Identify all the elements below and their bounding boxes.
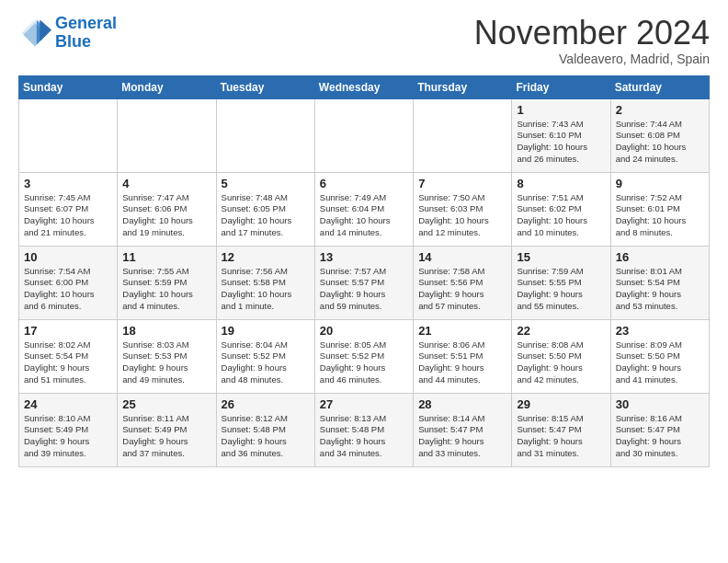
logo-text: General Blue bbox=[55, 15, 117, 52]
day-info: Sunrise: 7:51 AM Sunset: 6:02 PM Dayligh… bbox=[517, 192, 605, 239]
calendar-cell: 9Sunrise: 7:52 AM Sunset: 6:01 PM Daylig… bbox=[610, 172, 709, 246]
calendar-cell: 18Sunrise: 8:03 AM Sunset: 5:53 PM Dayli… bbox=[118, 319, 216, 393]
day-info: Sunrise: 7:58 AM Sunset: 5:56 PM Dayligh… bbox=[418, 266, 506, 313]
day-number: 11 bbox=[122, 250, 210, 264]
calendar-cell: 15Sunrise: 7:59 AM Sunset: 5:55 PM Dayli… bbox=[512, 246, 610, 319]
day-info: Sunrise: 7:59 AM Sunset: 5:55 PM Dayligh… bbox=[517, 266, 605, 313]
day-number: 27 bbox=[320, 397, 408, 411]
logo-line1: General bbox=[55, 14, 117, 32]
calendar-cell: 24Sunrise: 8:10 AM Sunset: 5:49 PM Dayli… bbox=[19, 393, 118, 466]
day-info: Sunrise: 8:03 AM Sunset: 5:53 PM Dayligh… bbox=[122, 339, 210, 386]
day-number: 29 bbox=[517, 397, 605, 411]
day-number: 1 bbox=[517, 103, 605, 117]
day-info: Sunrise: 7:55 AM Sunset: 5:59 PM Dayligh… bbox=[122, 266, 210, 313]
day-number: 16 bbox=[616, 250, 704, 264]
day-info: Sunrise: 7:45 AM Sunset: 6:07 PM Dayligh… bbox=[24, 192, 112, 239]
day-info: Sunrise: 8:01 AM Sunset: 5:54 PM Dayligh… bbox=[616, 266, 704, 313]
day-number: 2 bbox=[616, 103, 704, 117]
calendar-cell: 13Sunrise: 7:57 AM Sunset: 5:57 PM Dayli… bbox=[314, 246, 413, 319]
day-info: Sunrise: 7:56 AM Sunset: 5:58 PM Dayligh… bbox=[222, 266, 310, 313]
calendar-cell: 28Sunrise: 8:14 AM Sunset: 5:47 PM Dayli… bbox=[414, 393, 512, 466]
calendar-week-row: 10Sunrise: 7:54 AM Sunset: 6:00 PM Dayli… bbox=[19, 246, 710, 319]
page: General Blue November 2024 Valdeavero, M… bbox=[0, 0, 728, 482]
day-info: Sunrise: 7:50 AM Sunset: 6:03 PM Dayligh… bbox=[418, 192, 506, 239]
calendar-cell: 8Sunrise: 7:51 AM Sunset: 6:02 PM Daylig… bbox=[512, 172, 610, 246]
day-info: Sunrise: 7:52 AM Sunset: 6:01 PM Dayligh… bbox=[616, 192, 704, 239]
calendar-cell: 19Sunrise: 8:04 AM Sunset: 5:52 PM Dayli… bbox=[216, 319, 314, 393]
day-number: 28 bbox=[418, 397, 506, 411]
calendar-cell: 17Sunrise: 8:02 AM Sunset: 5:54 PM Dayli… bbox=[19, 319, 118, 393]
day-info: Sunrise: 8:08 AM Sunset: 5:50 PM Dayligh… bbox=[517, 339, 605, 386]
weekday-header-tuesday: Tuesday bbox=[216, 75, 314, 98]
calendar-week-row: 17Sunrise: 8:02 AM Sunset: 5:54 PM Dayli… bbox=[19, 319, 710, 393]
weekday-header-sunday: Sunday bbox=[19, 75, 118, 98]
day-number: 6 bbox=[320, 177, 408, 190]
day-info: Sunrise: 8:06 AM Sunset: 5:51 PM Dayligh… bbox=[418, 339, 506, 386]
calendar-cell: 27Sunrise: 8:13 AM Sunset: 5:48 PM Dayli… bbox=[314, 393, 413, 466]
day-number: 17 bbox=[24, 324, 112, 338]
day-info: Sunrise: 7:43 AM Sunset: 6:10 PM Dayligh… bbox=[517, 119, 605, 166]
weekday-header-saturday: Saturday bbox=[610, 75, 709, 98]
calendar-cell: 25Sunrise: 8:11 AM Sunset: 5:49 PM Dayli… bbox=[118, 393, 216, 466]
calendar-cell: 30Sunrise: 8:16 AM Sunset: 5:47 PM Dayli… bbox=[610, 393, 709, 466]
calendar-cell: 3Sunrise: 7:45 AM Sunset: 6:07 PM Daylig… bbox=[19, 172, 118, 246]
day-info: Sunrise: 7:49 AM Sunset: 6:04 PM Dayligh… bbox=[320, 192, 408, 239]
weekday-header-row: SundayMondayTuesdayWednesdayThursdayFrid… bbox=[19, 75, 710, 98]
calendar-week-row: 1Sunrise: 7:43 AM Sunset: 6:10 PM Daylig… bbox=[19, 98, 710, 172]
calendar-cell: 11Sunrise: 7:55 AM Sunset: 5:59 PM Dayli… bbox=[118, 246, 216, 319]
day-number: 30 bbox=[616, 397, 704, 411]
logo: General Blue bbox=[18, 15, 117, 52]
calendar-cell: 21Sunrise: 8:06 AM Sunset: 5:51 PM Dayli… bbox=[414, 319, 512, 393]
day-info: Sunrise: 8:09 AM Sunset: 5:50 PM Dayligh… bbox=[616, 339, 704, 386]
calendar-cell: 23Sunrise: 8:09 AM Sunset: 5:50 PM Dayli… bbox=[610, 319, 709, 393]
calendar-cell bbox=[118, 98, 216, 172]
calendar-cell: 7Sunrise: 7:50 AM Sunset: 6:03 PM Daylig… bbox=[414, 172, 512, 246]
month-title: November 2024 bbox=[474, 15, 710, 52]
calendar-cell: 2Sunrise: 7:44 AM Sunset: 6:08 PM Daylig… bbox=[610, 98, 709, 172]
day-number: 23 bbox=[616, 324, 704, 338]
day-number: 20 bbox=[320, 324, 408, 338]
day-info: Sunrise: 8:02 AM Sunset: 5:54 PM Dayligh… bbox=[24, 339, 112, 386]
calendar-cell: 20Sunrise: 8:05 AM Sunset: 5:52 PM Dayli… bbox=[314, 319, 413, 393]
day-info: Sunrise: 7:48 AM Sunset: 6:05 PM Dayligh… bbox=[222, 192, 310, 239]
calendar-cell bbox=[414, 98, 512, 172]
calendar-cell: 16Sunrise: 8:01 AM Sunset: 5:54 PM Dayli… bbox=[610, 246, 709, 319]
calendar-cell bbox=[216, 98, 314, 172]
day-info: Sunrise: 8:14 AM Sunset: 5:47 PM Dayligh… bbox=[418, 413, 506, 460]
day-info: Sunrise: 8:05 AM Sunset: 5:52 PM Dayligh… bbox=[320, 339, 408, 386]
weekday-header-thursday: Thursday bbox=[414, 75, 512, 98]
day-number: 5 bbox=[222, 177, 310, 190]
day-info: Sunrise: 7:54 AM Sunset: 6:00 PM Dayligh… bbox=[24, 266, 112, 313]
logo-line2: Blue bbox=[55, 32, 91, 51]
weekday-header-wednesday: Wednesday bbox=[314, 75, 413, 98]
day-number: 19 bbox=[222, 324, 310, 338]
svg-marker-3 bbox=[40, 19, 51, 40]
day-info: Sunrise: 8:16 AM Sunset: 5:47 PM Dayligh… bbox=[616, 413, 704, 460]
day-number: 3 bbox=[24, 177, 112, 190]
calendar-cell: 22Sunrise: 8:08 AM Sunset: 5:50 PM Dayli… bbox=[512, 319, 610, 393]
calendar-cell: 5Sunrise: 7:48 AM Sunset: 6:05 PM Daylig… bbox=[216, 172, 314, 246]
day-number: 15 bbox=[517, 250, 605, 264]
calendar-cell: 10Sunrise: 7:54 AM Sunset: 6:00 PM Dayli… bbox=[19, 246, 118, 319]
day-number: 22 bbox=[517, 324, 605, 338]
day-number: 14 bbox=[418, 250, 506, 264]
day-info: Sunrise: 7:44 AM Sunset: 6:08 PM Dayligh… bbox=[616, 119, 704, 166]
day-number: 21 bbox=[418, 324, 506, 338]
header: General Blue November 2024 Valdeavero, M… bbox=[18, 15, 710, 66]
day-info: Sunrise: 8:04 AM Sunset: 5:52 PM Dayligh… bbox=[222, 339, 310, 386]
calendar-cell: 26Sunrise: 8:12 AM Sunset: 5:48 PM Dayli… bbox=[216, 393, 314, 466]
day-info: Sunrise: 8:10 AM Sunset: 5:49 PM Dayligh… bbox=[24, 413, 112, 460]
day-number: 8 bbox=[517, 177, 605, 190]
day-number: 4 bbox=[122, 177, 210, 190]
day-info: Sunrise: 7:57 AM Sunset: 5:57 PM Dayligh… bbox=[320, 266, 408, 313]
calendar-week-row: 24Sunrise: 8:10 AM Sunset: 5:49 PM Dayli… bbox=[19, 393, 710, 466]
calendar-cell bbox=[19, 98, 118, 172]
day-info: Sunrise: 8:15 AM Sunset: 5:47 PM Dayligh… bbox=[517, 413, 605, 460]
day-info: Sunrise: 8:11 AM Sunset: 5:49 PM Dayligh… bbox=[122, 413, 210, 460]
calendar-cell: 29Sunrise: 8:15 AM Sunset: 5:47 PM Dayli… bbox=[512, 393, 610, 466]
calendar-table: SundayMondayTuesdayWednesdayThursdayFrid… bbox=[18, 75, 710, 467]
day-info: Sunrise: 8:13 AM Sunset: 5:48 PM Dayligh… bbox=[320, 413, 408, 460]
calendar-cell: 4Sunrise: 7:47 AM Sunset: 6:06 PM Daylig… bbox=[118, 172, 216, 246]
day-number: 9 bbox=[616, 177, 704, 190]
day-info: Sunrise: 8:12 AM Sunset: 5:48 PM Dayligh… bbox=[222, 413, 310, 460]
